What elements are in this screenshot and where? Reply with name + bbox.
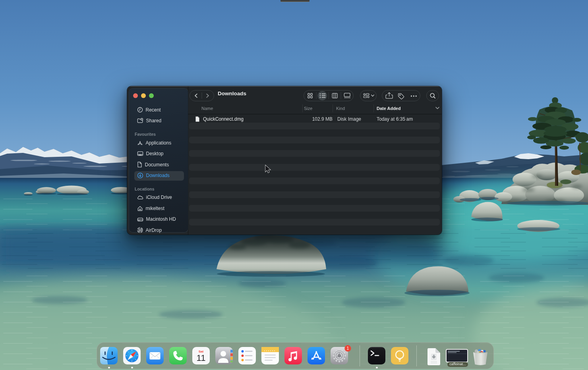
svg-text:11: 11	[197, 353, 206, 363]
svg-text:1: 1	[347, 346, 349, 351]
